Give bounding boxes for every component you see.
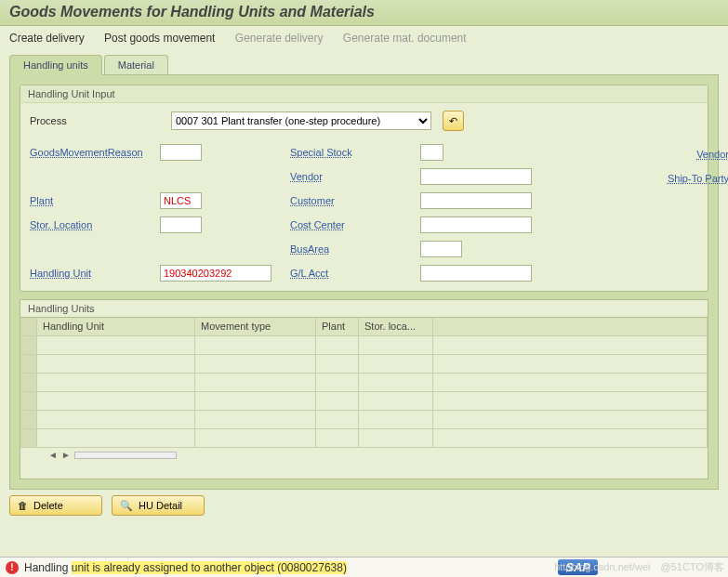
cost-center-label[interactable]: Cost Center [290, 219, 420, 230]
table-row[interactable] [20, 355, 708, 374]
row-selector[interactable] [20, 336, 37, 355]
menu-bar: Create delivery Post goods movement Gene… [0, 26, 728, 54]
cost-center-input[interactable] [420, 216, 532, 233]
status-message: Handling unit is already assigned to ano… [24, 561, 347, 574]
scroll-right-icon[interactable]: ► [61, 450, 71, 460]
row-selector[interactable] [20, 429, 37, 448]
tab-material[interactable]: Material [104, 55, 168, 74]
cell-rest [433, 411, 708, 429]
row-selector[interactable] [20, 392, 37, 411]
col-rest [433, 318, 708, 336]
delete-label: Delete [33, 500, 63, 511]
scroll-left-icon[interactable]: ◄ [48, 450, 58, 460]
panel-title: Handling Unit Input [20, 85, 708, 103]
goods-movement-reason-input[interactable] [160, 144, 202, 161]
menu-generate-delivery: Generate delivery [235, 32, 324, 45]
tab-body: Handling Unit Input Process 0007 301 Pla… [9, 75, 719, 490]
delete-button[interactable]: 🗑 Delete [9, 495, 102, 516]
page-title: Goods Movements for Handling Units and M… [9, 4, 375, 20]
bus-area-label[interactable]: BusArea [290, 243, 420, 255]
title-bar: Goods Movements for Handling Units and M… [0, 0, 728, 26]
right-vendor-label[interactable]: Vendor [696, 149, 728, 160]
table-row[interactable] [20, 336, 708, 355]
cell-rest [433, 392, 708, 411]
hu-detail-button[interactable]: 🔍 HU Detail [112, 495, 205, 516]
customer-input[interactable] [420, 192, 532, 209]
cell-plant[interactable] [316, 336, 359, 355]
process-label: Process [30, 115, 160, 126]
menu-create-delivery[interactable]: Create delivery [9, 32, 85, 45]
handling-unit-label[interactable]: Handling Unit [30, 268, 160, 279]
cell-movement-type[interactable] [195, 411, 316, 429]
cell-handling-unit[interactable] [37, 336, 195, 355]
scrollbar-track[interactable] [74, 452, 177, 459]
menu-post-goods[interactable]: Post goods movement [104, 32, 215, 45]
cell-movement-type[interactable] [195, 392, 316, 411]
special-stock-input[interactable] [420, 144, 443, 161]
status-highlight: unit is already assigned to another obje… [72, 561, 347, 574]
cell-handling-unit[interactable] [37, 355, 195, 374]
watermark: httpblog.csdn.net/wei @51CTO博客 [554, 560, 724, 574]
stor-location-input[interactable] [160, 216, 202, 233]
cell-rest [433, 336, 708, 355]
col-stor-loc[interactable]: Stor. loca... [359, 318, 433, 336]
row-selector[interactable] [20, 374, 37, 392]
hu-detail-label: HU Detail [139, 500, 182, 511]
cell-stor-loc[interactable] [359, 336, 433, 355]
cell-movement-type[interactable] [195, 429, 316, 448]
customer-label[interactable]: Customer [290, 195, 420, 206]
cell-handling-unit[interactable] [37, 374, 195, 392]
special-stock-label[interactable]: Special Stock [290, 147, 420, 158]
ship-to-party-label[interactable]: Ship-To Party [668, 173, 728, 184]
cell-plant[interactable] [316, 429, 359, 448]
delete-icon: 🗑 [18, 500, 28, 511]
cell-handling-unit[interactable] [37, 411, 195, 429]
cell-stor-loc[interactable] [359, 392, 433, 411]
plant-input[interactable] [160, 192, 202, 209]
bus-area-input[interactable] [420, 241, 462, 257]
undo-button[interactable]: ↶ [443, 111, 464, 131]
select-all-cell[interactable] [20, 318, 37, 336]
table-row[interactable] [20, 429, 708, 448]
col-movement-type[interactable]: Movement type [195, 318, 316, 336]
cell-stor-loc[interactable] [359, 355, 433, 374]
horizontal-scroll[interactable]: ◄ ► [20, 448, 708, 462]
plant-label[interactable]: Plant [30, 195, 160, 206]
table-row[interactable] [20, 392, 708, 411]
menu-generate-mat-doc: Generate mat. document [343, 32, 467, 45]
watermark-left: httpblog.csdn.net/wei [554, 561, 650, 572]
cell-handling-unit[interactable] [37, 429, 195, 448]
cell-plant[interactable] [316, 374, 359, 392]
goods-movement-reason-label[interactable]: GoodsMovementReason [30, 147, 160, 158]
tab-handling-units[interactable]: Handling units [9, 55, 102, 75]
handling-unit-input[interactable] [160, 265, 271, 282]
cell-movement-type[interactable] [195, 374, 316, 392]
cell-plant[interactable] [316, 411, 359, 429]
row-selector[interactable] [20, 411, 37, 429]
table-row[interactable] [20, 374, 708, 392]
cell-stor-loc[interactable] [359, 411, 433, 429]
cell-stor-loc[interactable] [359, 374, 433, 392]
tab-strip: Handling units Material [9, 54, 719, 75]
left-column: GoodsMovementReason Plant Stor. Location… [30, 142, 271, 283]
col-plant[interactable]: Plant [316, 318, 359, 336]
cell-plant[interactable] [316, 355, 359, 374]
cell-movement-type[interactable] [195, 355, 316, 374]
cell-stor-loc[interactable] [359, 429, 433, 448]
handling-unit-input-panel: Handling Unit Input Process 0007 301 Pla… [20, 85, 708, 292]
grid-header-row: Handling Unit Movement type Plant Stor. … [20, 318, 708, 336]
gl-acct-label[interactable]: G/L Acct [290, 268, 420, 279]
cell-plant[interactable] [316, 392, 359, 411]
vendor-label[interactable]: Vendor [290, 171, 420, 182]
cell-handling-unit[interactable] [37, 392, 195, 411]
cell-movement-type[interactable] [195, 336, 316, 355]
right-column: Vendor Ship-To Party [550, 142, 728, 283]
handling-units-table-panel: Handling Units Handling Unit Movement ty… [20, 299, 708, 479]
col-handling-unit[interactable]: Handling Unit [37, 318, 195, 336]
gl-acct-input[interactable] [420, 265, 532, 282]
process-select[interactable]: 0007 301 Plant transfer (one-step proced… [171, 111, 431, 130]
stor-location-label[interactable]: Stor. Location [30, 219, 160, 230]
row-selector[interactable] [20, 355, 37, 374]
table-row[interactable] [20, 411, 708, 429]
vendor-input[interactable] [420, 168, 532, 185]
